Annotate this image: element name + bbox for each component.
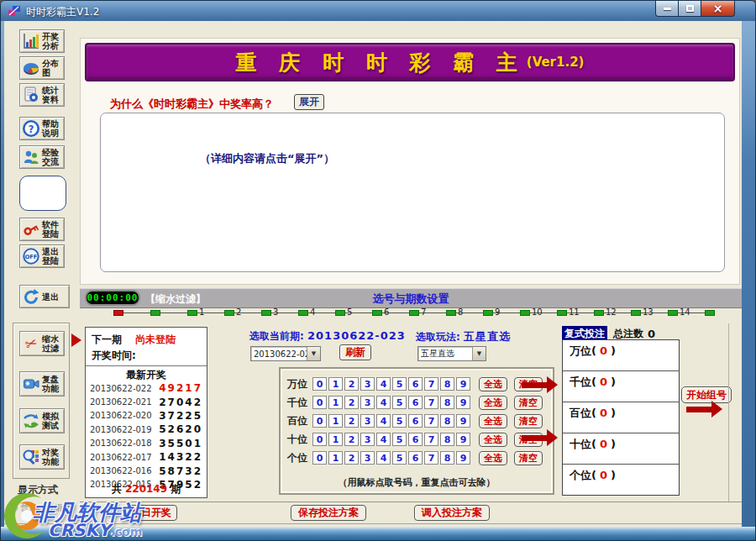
digit-cell[interactable]: 4 [376,377,391,391]
digit-cell[interactable]: 8 [440,414,454,428]
sidebar-button-filter[interactable]: ✂ 缩水过滤 [19,331,65,356]
maximize-button[interactable] [679,1,701,17]
digit-cell[interactable]: 0 [312,377,327,391]
digit-cell[interactable]: 4 [376,433,391,446]
digit-cell[interactable]: 8 [440,377,454,391]
sidebar-button-distribution[interactable]: 分布图 [19,56,65,80]
refresh-button[interactable]: 刷新 [339,344,371,360]
timeline-tick[interactable] [150,310,160,316]
digit-cell[interactable]: 7 [424,396,438,409]
load-plan-button[interactable]: 调入投注方案 [414,505,490,521]
digit-cell[interactable]: 1 [328,451,343,465]
digit-cell[interactable]: 5 [392,451,407,465]
timeline-tick[interactable] [668,310,678,316]
sidebar-button-login[interactable]: 软件登陆 [19,218,65,241]
sidebar-button-simulate[interactable]: 模拟测试 [19,408,65,433]
title-bar[interactable]: 时时彩霸主V1.2 [1,1,756,21]
digit-cell[interactable]: 5 [392,396,407,409]
digit-cell[interactable]: 0 [312,396,327,409]
digit-cell[interactable]: 2 [344,414,359,428]
digit-cell[interactable]: 7 [424,414,438,428]
sidebar-button-draw-analysis[interactable]: 开奖分析 [19,29,65,53]
clear-button[interactable]: 清空 [514,451,543,465]
digit-cell[interactable]: 7 [424,451,438,465]
digit-cell[interactable]: 4 [376,396,391,409]
digit-cell[interactable]: 4 [376,414,391,428]
select-all-button[interactable]: 全选 [479,433,507,447]
select-all-button[interactable]: 全选 [479,414,507,428]
digit-cell[interactable]: 1 [328,414,343,428]
digit-cell[interactable]: 1 [328,396,343,409]
timeline-tick[interactable] [483,310,493,316]
digit-cell[interactable]: 7 [424,433,438,446]
digit-cell[interactable]: 5 [392,433,407,446]
timeline-tick[interactable] [520,310,530,316]
digit-cell[interactable]: 3 [360,433,375,446]
digit-cell[interactable]: 6 [408,414,423,428]
digit-cell[interactable]: 9 [456,451,470,465]
clear-button[interactable]: 清空 [514,396,543,410]
timeline-tick[interactable] [113,310,123,316]
digit-cell[interactable]: 2 [344,451,359,465]
digit-cell[interactable]: 3 [360,414,375,428]
period-dropdown[interactable]: 20130622-023 ▼ [250,346,321,361]
sidebar-button-exchange[interactable]: 经验交流 [19,145,65,169]
chevron-down-icon[interactable]: ▼ [472,347,486,360]
digit-cell[interactable]: 0 [312,451,327,465]
digit-cell[interactable]: 5 [392,414,407,428]
digit-cell[interactable]: 6 [408,396,423,409]
digit-cell[interactable]: 2 [344,396,359,409]
select-all-button[interactable]: 全选 [479,396,507,410]
sidebar-button-logout[interactable]: OFF 退出登陆 [19,244,65,268]
digit-cell[interactable]: 2 [344,377,359,391]
chevron-down-icon[interactable]: ▼ [307,347,320,360]
timeline-tick[interactable] [298,310,308,316]
digit-cell[interactable]: 9 [456,433,470,446]
digit-cell[interactable]: 3 [360,451,375,465]
digit-cell[interactable]: 8 [440,451,454,465]
digit-cell[interactable]: 6 [408,451,423,465]
digit-cell[interactable]: 9 [456,414,470,428]
minimize-button[interactable] [655,1,679,17]
digit-cell[interactable]: 3 [360,377,375,391]
timeline-tick[interactable] [409,310,419,316]
digit-cell[interactable]: 0 [312,433,327,446]
expand-button[interactable]: 展开 [294,94,324,110]
digit-cell[interactable]: 2 [344,433,359,446]
digit-cell[interactable]: 9 [456,377,470,391]
digit-cell[interactable]: 0 [312,414,327,428]
digit-cell[interactable]: 8 [440,433,454,446]
close-button[interactable]: × [701,1,735,17]
timeline-tick[interactable] [631,310,641,316]
sidebar-button-exit[interactable]: 退出 [19,285,70,308]
digit-cell[interactable]: 4 [376,451,391,465]
sidebar-button-check-prize[interactable]: 对奖功能 [19,444,65,470]
digit-cell[interactable]: 1 [328,433,343,446]
today-draws-button[interactable]: 今日开奖 [125,505,177,521]
timeline-tick[interactable] [224,310,234,316]
digit-cell[interactable]: 1 [328,377,343,391]
sidebar-button-help[interactable]: ? 帮助说明 [19,117,65,140]
timeline-tick[interactable] [187,310,197,316]
timeline-tick[interactable] [372,310,382,316]
digit-cell[interactable]: 8 [440,396,454,409]
radio-normal[interactable]: 普通 [11,502,37,514]
select-all-button[interactable]: 全选 [479,377,507,391]
digit-cell[interactable]: 3 [360,396,375,409]
digit-cell[interactable]: 5 [392,377,407,391]
sidebar-button-replay[interactable]: 复盘功能 [19,371,65,397]
digit-cell[interactable]: 6 [408,377,423,391]
digit-cell[interactable]: 7 [424,377,438,391]
sidebar-button-statistics[interactable]: 统计资料 [19,83,65,107]
play-type-dropdown[interactable]: 五星直选 ▼ [417,346,486,361]
radio-slide[interactable]: 滑动 [45,502,71,514]
digit-cell[interactable]: 9 [456,396,470,409]
save-plan-button[interactable]: 保存投注方案 [291,505,366,521]
timeline-tick[interactable] [594,310,604,316]
timeline-tick[interactable] [446,310,456,316]
timeline-tick[interactable] [335,310,345,316]
clear-button[interactable]: 清空 [514,414,543,428]
digit-cell[interactable]: 6 [408,433,423,446]
timeline-tick[interactable] [261,310,271,316]
select-all-button[interactable]: 全选 [479,451,507,465]
